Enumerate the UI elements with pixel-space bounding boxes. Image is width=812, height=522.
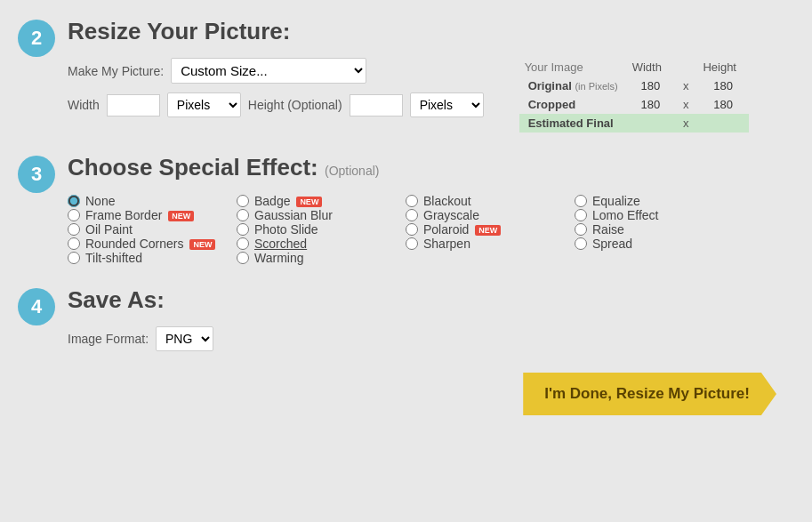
resize-controls: Make My Picture: Custom Size... 100x100 … [68, 58, 484, 117]
col-height: Height [697, 58, 749, 76]
effects-column-4: Equalize Lomo Effect Raise Spread [575, 194, 735, 265]
effect-rounded-corners-label[interactable]: Rounded Corners NEW [85, 237, 215, 251]
effect-badge-label[interactable]: Badge NEW [254, 194, 322, 208]
effect-blackout: Blackout [406, 194, 566, 208]
effect-sharpen-radio[interactable] [406, 237, 418, 250]
original-label: Original (in Pixels) [519, 76, 627, 95]
effect-spread-radio[interactable] [575, 237, 587, 250]
new-badge: NEW [475, 225, 501, 236]
effect-photo-slide: Photo Slide [237, 222, 397, 237]
effect-scorched-radio[interactable] [237, 237, 249, 250]
effect-tilt-shifted-radio[interactable] [68, 252, 80, 264]
new-badge: NEW [168, 211, 194, 221]
effect-warming-radio[interactable] [237, 252, 249, 264]
effect-gaussian-blur-radio[interactable] [237, 209, 249, 221]
x-sep-2: x [674, 95, 698, 114]
estimated-final-width [627, 114, 674, 133]
effect-tilt-shifted-label[interactable]: Tilt-shifted [85, 251, 142, 265]
section-3-title: Choose Special Effect: (Optional) [68, 154, 794, 181]
effect-lomo: Lomo Effect [575, 208, 735, 222]
effect-badge-radio[interactable] [237, 195, 249, 207]
section-4-content: Save As: Image Format: PNG JPG GIF BMP [68, 286, 794, 351]
section-2: 2 Resize Your Picture: Make My Picture: … [18, 18, 794, 133]
effect-polaroid: Polaroid NEW [406, 222, 566, 237]
effect-spread: Spread [575, 237, 735, 251]
effect-photo-slide-radio[interactable] [237, 223, 249, 236]
col-your-image: Your Image [519, 58, 627, 76]
effect-badge: Badge NEW [237, 194, 397, 208]
resize-row: Make My Picture: Custom Size... 100x100 … [68, 58, 794, 133]
width-unit-select[interactable]: Pixels Percent [167, 92, 241, 117]
format-select[interactable]: PNG JPG GIF BMP [156, 326, 213, 351]
step-3-label: 3 [31, 163, 42, 186]
effects-grid: None Frame Border NEW Oil Paint Rounded … [68, 194, 794, 265]
effect-warming-label[interactable]: Warming [254, 251, 304, 265]
done-section: I'm Done, Resize My Picture! [18, 373, 794, 415]
effect-frame-border-label[interactable]: Frame Border NEW [85, 208, 194, 222]
effect-polaroid-radio[interactable] [406, 223, 418, 236]
effect-lomo-radio[interactable] [575, 209, 587, 221]
dimensions-row: Width Pixels Percent Height (Optional) P… [68, 92, 484, 117]
effect-raise-label[interactable]: Raise [592, 222, 624, 237]
effect-rounded-corners: Rounded Corners NEW [68, 237, 228, 251]
original-width: 180 [627, 76, 674, 95]
height-input[interactable] [350, 94, 403, 116]
section-4: 4 Save As: Image Format: PNG JPG GIF BMP [18, 286, 794, 351]
step-4-label: 4 [31, 295, 42, 318]
height-unit-select[interactable]: Pixels Percent [410, 92, 484, 117]
effect-grayscale-radio[interactable] [406, 209, 418, 221]
col-width: Width [627, 58, 674, 76]
effect-blackout-label[interactable]: Blackout [423, 194, 471, 208]
col-x-header [674, 58, 698, 76]
effect-oil-paint-radio[interactable] [68, 223, 80, 236]
effect-rounded-corners-radio[interactable] [68, 237, 80, 250]
estimated-final-height [697, 114, 749, 133]
effect-raise: Raise [575, 222, 735, 237]
effect-equalize-radio[interactable] [575, 195, 587, 207]
section-3-content: Choose Special Effect: (Optional) None F… [68, 154, 794, 265]
section-2-title: Resize Your Picture: [68, 18, 794, 45]
x-sep-3: x [674, 114, 698, 133]
effect-blackout-radio[interactable] [406, 195, 418, 207]
new-badge: NEW [189, 239, 215, 250]
table-row: Original (in Pixels) 180 x 180 [519, 76, 749, 95]
table-row: Cropped 180 x 180 [519, 95, 749, 114]
effect-oil-paint-label[interactable]: Oil Paint [85, 222, 133, 237]
optional-label: (Optional) [325, 164, 379, 178]
new-badge: NEW [296, 197, 322, 207]
effect-frame-border-radio[interactable] [68, 209, 80, 221]
done-button[interactable]: I'm Done, Resize My Picture! [523, 373, 776, 415]
cropped-width: 180 [627, 95, 674, 114]
effect-sharpen: Sharpen [406, 237, 566, 251]
effect-none-radio[interactable] [68, 195, 80, 207]
effect-polaroid-label[interactable]: Polaroid NEW [423, 222, 501, 237]
effect-none-label[interactable]: None [85, 194, 115, 208]
effect-sharpen-label[interactable]: Sharpen [423, 237, 470, 251]
effects-column-2: Badge NEW Gaussian Blur Photo Slide Scor… [237, 194, 397, 265]
effect-grayscale-label[interactable]: Grayscale [423, 208, 479, 222]
step-2-label: 2 [31, 27, 42, 50]
make-picture-select[interactable]: Custom Size... 100x100 200x200 300x300 [171, 58, 366, 84]
step-4-circle: 4 [18, 288, 55, 325]
effect-spread-label[interactable]: Spread [592, 237, 632, 251]
section-3: 3 Choose Special Effect: (Optional) None… [18, 154, 794, 265]
effect-raise-radio[interactable] [575, 223, 587, 236]
width-input[interactable] [107, 94, 160, 116]
effect-warming: Warming [237, 251, 397, 265]
effect-photo-slide-label[interactable]: Photo Slide [254, 222, 318, 237]
effect-none: None [68, 194, 228, 208]
effects-column-3: Blackout Grayscale Polaroid NEW Sharpen [406, 194, 566, 265]
step-2-circle: 2 [18, 20, 55, 57]
cropped-label: Cropped [519, 95, 627, 114]
table-row: Estimated Final x [519, 114, 749, 133]
effect-gaussian-blur: Gaussian Blur [237, 208, 397, 222]
image-info-table: Your Image Width Height Original (in Pix… [519, 58, 749, 133]
effect-gaussian-blur-label[interactable]: Gaussian Blur [254, 208, 333, 222]
section-4-title: Save As: [68, 286, 794, 314]
effect-scorched-label[interactable]: Scorched [254, 237, 307, 251]
original-height: 180 [697, 76, 749, 95]
effects-column-1: None Frame Border NEW Oil Paint Rounded … [68, 194, 228, 265]
effect-lomo-label[interactable]: Lomo Effect [592, 208, 658, 222]
make-picture-label: Make My Picture: [68, 64, 164, 78]
effect-equalize-label[interactable]: Equalize [592, 194, 640, 208]
